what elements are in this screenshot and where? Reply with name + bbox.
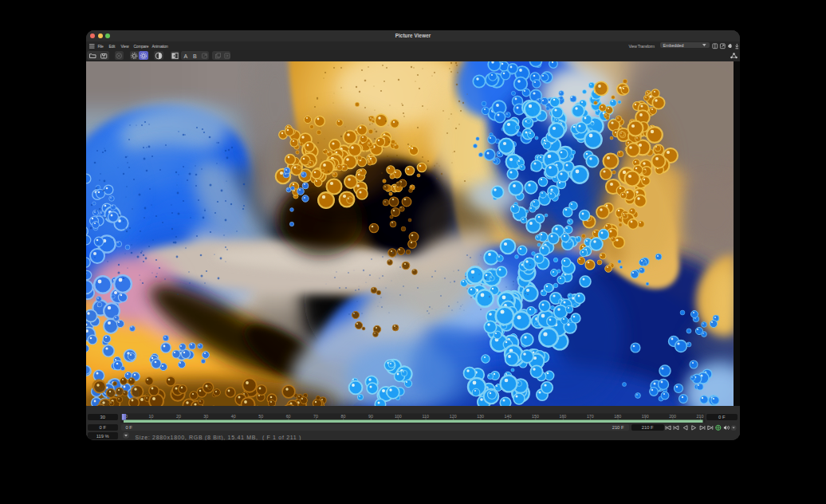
svg-text:A: A <box>184 53 188 58</box>
svg-text:B: B <box>193 53 197 58</box>
